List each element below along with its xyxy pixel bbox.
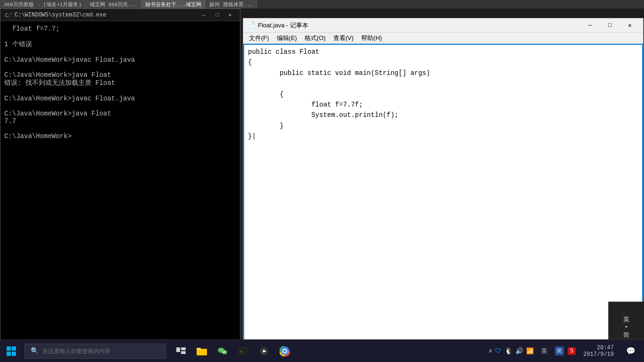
browser-tabbar: 360贝壳新版 - (域名+1月服务) 城宝网 360贝壳... 秘书业务处于.… bbox=[0, 0, 644, 8]
chrome-button[interactable] bbox=[275, 340, 294, 362]
notepad-minimize-button[interactable]: — bbox=[581, 20, 600, 31]
notepad-titlebar: 📄 Float.java - 记事本 — □ ✕ bbox=[243, 18, 643, 33]
notepad-menu-format[interactable]: 格式(O) bbox=[301, 33, 330, 43]
cmd-body[interactable]: float f=7.7; 1 个错误 C:\Java\HomeWork>java… bbox=[0, 21, 240, 352]
tray-360-icon: 🛡 bbox=[495, 347, 502, 355]
taskbar-pinned-icons: >_ bbox=[172, 340, 294, 362]
svg-rect-5 bbox=[12, 352, 16, 356]
svg-point-15 bbox=[223, 352, 224, 353]
wechat-button[interactable] bbox=[213, 340, 232, 362]
notepad-title: Float.java - 记事本 bbox=[258, 21, 581, 30]
notepad-menu-view[interactable]: 查看(V) bbox=[330, 33, 357, 43]
s-badge[interactable]: S bbox=[568, 347, 576, 355]
task-view-button[interactable] bbox=[172, 340, 190, 362]
file-explorer-button[interactable] bbox=[192, 340, 211, 362]
ime-dot: • bbox=[625, 324, 628, 331]
notepad-editor[interactable]: public class Float { public static void … bbox=[243, 44, 643, 347]
system-tray: ∧ 🛡 🐧 🔊 📶 bbox=[489, 347, 534, 355]
search-icon: 🔍 bbox=[31, 347, 39, 355]
cmd-titlebar: C:\ C:\WINDOWS\system32\cmd.exe — □ ✕ bbox=[0, 9, 240, 21]
tray-qq-icon: 🐧 bbox=[504, 347, 512, 355]
cmd-maximize-button[interactable]: □ bbox=[211, 10, 223, 20]
media-player-button[interactable] bbox=[255, 340, 273, 362]
cmd-controls: — □ ✕ bbox=[198, 10, 236, 20]
start-button[interactable] bbox=[0, 340, 23, 362]
ime-lang-label: 英 bbox=[623, 315, 629, 324]
svg-rect-6 bbox=[176, 347, 180, 352]
svg-point-14 bbox=[221, 349, 222, 350]
volume-icon[interactable]: 🔊 bbox=[515, 347, 523, 355]
notepad-maximize-button[interactable]: □ bbox=[601, 20, 619, 31]
ime-mode-label: 简 bbox=[623, 331, 629, 339]
taskbar: 🔍 bbox=[0, 339, 644, 362]
svg-point-13 bbox=[220, 349, 221, 350]
terminal-button[interactable]: >_ bbox=[234, 340, 253, 362]
language-indicator[interactable]: 英 bbox=[537, 347, 551, 355]
cmd-window: C:\ C:\WINDOWS\system32\cmd.exe — □ ✕ fl… bbox=[0, 8, 240, 353]
browser-tab-1[interactable]: 360贝壳新版 - (域名+1月服务) bbox=[0, 0, 86, 8]
system-clock[interactable]: 20:47 2017/9/19 bbox=[579, 345, 618, 358]
browser-tab-2[interactable]: 城宝网 360贝壳... bbox=[86, 0, 141, 8]
notepad-app-icon: 📄 bbox=[247, 21, 255, 29]
notepad-menu-file[interactable]: 文件(F) bbox=[245, 33, 273, 43]
taskbar-search-box[interactable]: 🔍 bbox=[25, 344, 166, 359]
cmd-title: C:\WINDOWS\system32\cmd.exe bbox=[15, 12, 198, 18]
notepad-menu-help[interactable]: 帮助(H) bbox=[357, 33, 386, 43]
tray-arrow[interactable]: ∧ bbox=[489, 347, 492, 354]
svg-text:>_: >_ bbox=[239, 349, 245, 354]
svg-rect-3 bbox=[12, 346, 16, 351]
svg-point-16 bbox=[224, 352, 225, 353]
browser-tab-4[interactable]: 扬州 搜狐体育... bbox=[206, 0, 257, 8]
notepad-menubar: 文件(F) 编辑(E) 格式(O) 查看(V) 帮助(H) bbox=[243, 33, 643, 44]
notification-button[interactable]: 💬 bbox=[621, 340, 640, 362]
network-icon[interactable]: 📶 bbox=[526, 347, 534, 355]
taskbar-tray: ∧ 🛡 🐧 🔊 📶 英 简 S 20:47 2017/9/19 💬 bbox=[489, 340, 644, 362]
svg-rect-4 bbox=[7, 352, 11, 356]
ime-mode-button[interactable]: 简 bbox=[555, 346, 564, 355]
notepad-controls: — □ ✕ bbox=[581, 20, 639, 31]
notepad-window: 📄 Float.java - 记事本 — □ ✕ 文件(F) 编辑(E) 格式(… bbox=[243, 18, 644, 348]
svg-rect-7 bbox=[181, 347, 186, 350]
cmd-close-button[interactable]: ✕ bbox=[224, 10, 236, 20]
search-input[interactable] bbox=[42, 348, 160, 354]
svg-rect-9 bbox=[197, 349, 207, 355]
notepad-menu-edit[interactable]: 编辑(E) bbox=[273, 33, 301, 43]
svg-rect-8 bbox=[181, 351, 186, 354]
svg-rect-10 bbox=[197, 348, 201, 350]
cmd-minimize-button[interactable]: — bbox=[198, 10, 210, 20]
browser-tab-3[interactable]: 秘书业务处于...城宝网 bbox=[141, 0, 206, 8]
cmd-icon: C:\ bbox=[4, 11, 12, 19]
svg-point-27 bbox=[283, 350, 286, 353]
notepad-close-button[interactable]: ✕ bbox=[620, 20, 639, 31]
svg-rect-2 bbox=[7, 346, 11, 351]
svg-text:C:\: C:\ bbox=[5, 13, 12, 18]
